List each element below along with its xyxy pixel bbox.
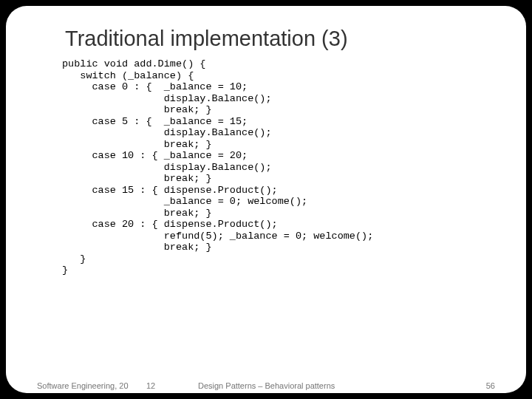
slide: Traditional implementation (3) public vo… — [6, 6, 526, 393]
footer-num: 12 — [146, 381, 155, 390]
slide-title: Traditional implementation (3) — [65, 27, 489, 51]
footer-course: Software Engineering, 20 — [37, 381, 129, 390]
code-block: public void add.Dime() { switch (_balanc… — [62, 58, 489, 276]
footer-page: 56 — [486, 381, 495, 390]
footer-topic: Design Patterns – Behavioral patterns — [198, 381, 335, 390]
